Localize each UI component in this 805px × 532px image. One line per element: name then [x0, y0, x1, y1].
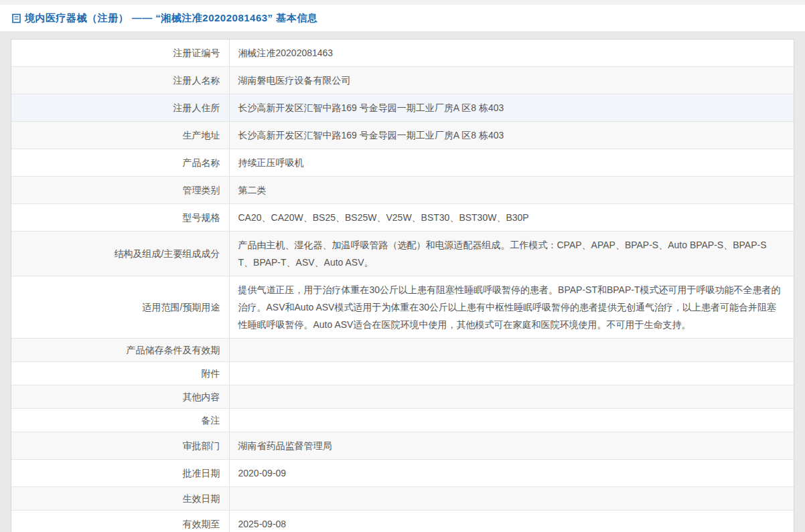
table-row: 有效期至 2025-09-08: [11, 511, 794, 532]
row-label-text: 批准日期: [183, 468, 220, 478]
row-value: 第二类: [229, 177, 794, 204]
row-label-text: 生产地址: [183, 130, 220, 141]
row-label: 适用范围/预期用途: [11, 276, 229, 339]
document-icon: [11, 13, 21, 23]
page-title: 境内医疗器械（注册） —— “湘械注准20202081463” 基本信息: [25, 12, 317, 25]
row-label-text: 生效日期: [183, 493, 220, 504]
table-row: 审批部门 湖南省药品监督管理局: [11, 432, 794, 460]
row-label-text: 产品储存条件及有效期: [127, 345, 220, 355]
row-label: 生产地址: [11, 122, 229, 149]
row-label: 注册人住所: [11, 94, 229, 122]
row-value: 2025-09-08: [229, 511, 794, 532]
row-label: 产品名称: [11, 149, 229, 177]
table-row: 批准日期 2020-09-09: [11, 460, 794, 487]
row-label-text: 审批部门: [183, 440, 220, 451]
row-label-text: 附件: [202, 368, 220, 379]
row-value: [229, 362, 794, 385]
table-row: 生产地址 长沙高新开发区汇智中路169 号金导园一期工业厂房A 区8 栋403: [11, 122, 794, 149]
row-label-text: 结构及组成/主要组成成分: [115, 248, 220, 259]
row-label: 其他内容: [11, 385, 229, 409]
row-value: [229, 385, 794, 409]
top-strip: [0, 0, 805, 5]
row-label: 产品储存条件及有效期: [11, 339, 229, 362]
row-label: 批准日期: [11, 460, 229, 487]
table-row: 产品名称 持续正压呼吸机: [11, 149, 794, 177]
row-value: 2020-09-09: [229, 460, 794, 487]
row-label-text: 有效期至: [183, 519, 220, 529]
row-label: 审批部门: [11, 432, 229, 460]
row-label-text: 产品名称: [183, 157, 220, 168]
row-label: 管理类别: [11, 177, 229, 204]
row-value: [229, 487, 794, 511]
table-row: 附件: [11, 362, 794, 385]
row-label: 型号规格: [11, 204, 229, 232]
table-row: 结构及组成/主要组成成分 产品由主机、湿化器、加温呼吸管路（选配）和电源适配器组…: [11, 232, 794, 276]
table-row: 其他内容: [11, 385, 794, 409]
row-label: 有效期至: [11, 511, 229, 532]
row-value: 长沙高新开发区汇智中路169 号金导园一期工业厂房A 区8 栋403: [229, 122, 794, 149]
table-row: 管理类别 第二类: [11, 177, 794, 204]
row-value: [229, 409, 794, 432]
row-value: 湘械注准20202081463: [229, 39, 794, 67]
row-value: 产品由主机、湿化器、加温呼吸管路（选配）和电源适配器组成。工作模式：CPAP、A…: [229, 232, 794, 276]
page-header: 境内医疗器械（注册） —— “湘械注准20202081463” 基本信息: [0, 5, 805, 32]
row-value: 湖南省药品监督管理局: [229, 432, 794, 460]
registration-table: 注册证编号 湘械注准20202081463 注册人名称 湖南磐电医疗设备有限公司…: [11, 39, 794, 532]
row-label: 结构及组成/主要组成成分: [11, 232, 229, 276]
row-value: 湖南磐电医疗设备有限公司: [229, 67, 794, 94]
row-label-text: 管理类别: [183, 185, 220, 195]
row-label-text: 注册人名称: [173, 75, 220, 86]
row-label-text: 注册证编号: [173, 48, 220, 58]
table-row: 注册人住所 长沙高新开发区汇智中路169 号金导园一期工业厂房A 区8 栋403: [11, 94, 794, 122]
row-label: 注册人名称: [11, 67, 229, 94]
row-label: 注册证编号: [11, 39, 229, 67]
row-label: 生效日期: [11, 487, 229, 511]
row-label-text: 其他内容: [183, 391, 220, 402]
table-row: 备注: [11, 409, 794, 432]
row-label-text: 适用范围/预期用途: [143, 302, 220, 313]
registration-table-body: 注册证编号 湘械注准20202081463 注册人名称 湖南磐电医疗设备有限公司…: [11, 39, 794, 532]
row-value: 长沙高新开发区汇智中路169 号金导园一期工业厂房A 区8 栋403: [229, 94, 794, 122]
row-value: CA20、CA20W、BS25、BS25W、V25W、BST30、BST30W、…: [229, 204, 794, 232]
row-value: [229, 339, 794, 362]
row-value: 持续正压呼吸机: [229, 149, 794, 177]
table-row: 型号规格 CA20、CA20W、BS25、BS25W、V25W、BST30、BS…: [11, 204, 794, 232]
row-label: 备注: [11, 409, 229, 432]
row-label-text: 注册人住所: [173, 102, 220, 113]
table-row: 适用范围/预期用途 提供气道正压，用于治疗体重在30公斤以上患有阻塞性睡眠呼吸暂…: [11, 276, 794, 339]
row-label: 附件: [11, 362, 229, 385]
table-row: 产品储存条件及有效期: [11, 339, 794, 362]
table-row: 注册人名称 湖南磐电医疗设备有限公司: [11, 67, 794, 94]
row-label-text: 备注: [202, 415, 220, 426]
registration-info-card: 注册证编号 湘械注准20202081463 注册人名称 湖南磐电医疗设备有限公司…: [11, 39, 794, 532]
row-label-text: 型号规格: [183, 212, 220, 223]
table-row: 注册证编号 湘械注准20202081463: [11, 39, 794, 67]
table-row: 生效日期: [11, 487, 794, 511]
row-value: 提供气道正压，用于治疗体重在30公斤以上患有阻塞性睡眠呼吸暂停的患者。BPAP-…: [229, 276, 794, 339]
